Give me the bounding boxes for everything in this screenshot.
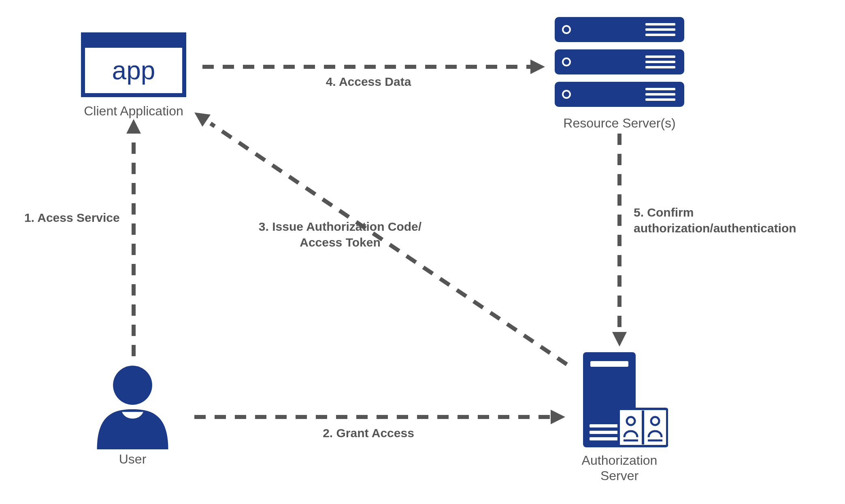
edge-5 <box>612 134 627 347</box>
edge-4-label: 4. Access Data <box>308 74 429 89</box>
node-resource-server-icon <box>555 17 684 114</box>
edge-1 <box>126 119 141 356</box>
edge-2-label: 2. Grant Access <box>308 425 429 441</box>
diagram-stage: app Client Application Resource Server(s… <box>0 0 845 504</box>
edge-2 <box>194 410 565 424</box>
node-user-label: User <box>85 451 180 467</box>
svg-point-9 <box>113 366 152 405</box>
svg-rect-11 <box>590 361 628 367</box>
edge-4 <box>202 60 545 74</box>
edge-5-label: 5. Confirm authorization/authentication <box>634 204 840 236</box>
node-auth-server-label: Authorization Server <box>567 453 672 484</box>
edge-1-label: 1. Acess Service <box>24 210 134 225</box>
edge-3-label: 3. Issue Authorization Code/ Access Toke… <box>235 219 445 250</box>
client-app-badge: app <box>112 55 155 85</box>
node-client-application-icon: app <box>81 32 186 97</box>
node-auth-server-icon <box>579 352 668 453</box>
node-resource-server-label: Resource Server(s) <box>555 115 684 131</box>
node-user-icon <box>85 360 180 449</box>
node-client-application-label: Client Application <box>73 103 194 119</box>
